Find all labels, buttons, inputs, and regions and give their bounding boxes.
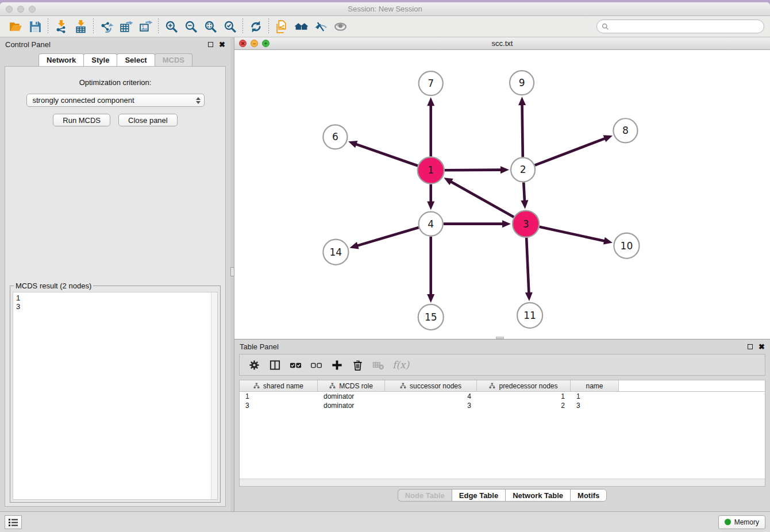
- tab-select[interactable]: Select: [117, 53, 155, 66]
- hide-panel-eye-icon[interactable]: [311, 18, 330, 35]
- edge-1-2[interactable]: [445, 166, 509, 174]
- column-header-predecessor-nodes[interactable]: predecessor nodes: [477, 380, 571, 391]
- float-panel-icon[interactable]: [208, 42, 213, 47]
- refresh-layout-icon[interactable]: [246, 18, 265, 35]
- zoom-in-icon[interactable]: [161, 18, 181, 35]
- table-settings-gear-icon[interactable]: [245, 356, 263, 373]
- edge-2-3[interactable]: [521, 182, 528, 209]
- table-cell[interactable]: 1: [571, 392, 619, 400]
- zoom-fit-icon[interactable]: [201, 18, 220, 35]
- table-cell[interactable]: 2: [477, 402, 571, 410]
- run-mcds-button[interactable]: Run MCDS: [53, 114, 110, 126]
- function-builder-icon[interactable]: f(x): [390, 359, 409, 371]
- graph-node-8[interactable]: 8: [613, 118, 637, 142]
- network-maximize-button[interactable]: +: [262, 40, 270, 47]
- tab-edge-table[interactable]: Edge Table: [452, 489, 505, 502]
- graph-node-11[interactable]: 11: [517, 303, 542, 328]
- graph-node-2[interactable]: 2: [511, 157, 535, 182]
- task-history-button[interactable]: [5, 515, 22, 529]
- table-cell[interactable]: 3: [385, 402, 477, 410]
- delete-column-icon[interactable]: [349, 356, 366, 373]
- graph-node-14[interactable]: 14: [323, 240, 348, 265]
- edge-1-6[interactable]: [348, 141, 418, 165]
- network-minimize-button[interactable]: −: [251, 40, 258, 47]
- mcds-result-text[interactable]: 1 3: [13, 292, 218, 500]
- column-header-successor-nodes[interactable]: successor nodes: [385, 380, 477, 391]
- search-field[interactable]: [596, 20, 764, 33]
- add-column-icon[interactable]: [328, 356, 345, 373]
- canvas-resize-grip[interactable]: [496, 337, 504, 339]
- deselect-all-icon[interactable]: [307, 356, 325, 373]
- column-header-name[interactable]: name: [571, 380, 619, 391]
- table-cell[interactable]: 4: [385, 392, 477, 400]
- zoom-out-icon[interactable]: [181, 18, 201, 35]
- divider-grip[interactable]: [230, 267, 234, 276]
- edge-4-15[interactable]: [427, 237, 434, 303]
- network-close-button[interactable]: ✕: [239, 40, 247, 47]
- export-image-icon[interactable]: [136, 18, 155, 35]
- table-cell[interactable]: 3: [240, 402, 318, 410]
- select-all-icon[interactable]: [287, 356, 304, 373]
- float-table-panel-icon[interactable]: [748, 344, 753, 349]
- tab-motifs[interactable]: Motifs: [570, 489, 607, 502]
- tab-network-table[interactable]: Network Table: [505, 489, 570, 502]
- duplicate-network-icon[interactable]: [272, 18, 291, 35]
- close-table-panel-icon[interactable]: ✖: [759, 343, 765, 350]
- zoom-selected-icon[interactable]: [220, 18, 240, 35]
- memory-button[interactable]: Memory: [718, 515, 765, 529]
- edge-2-9[interactable]: [518, 97, 526, 157]
- edge-4-14[interactable]: [349, 228, 418, 249]
- node-table: shared name MCDS role successor nodes pr…: [239, 380, 765, 487]
- table-cell[interactable]: dominator: [318, 402, 385, 410]
- show-panel-eye-icon[interactable]: [330, 18, 350, 35]
- table-cell[interactable]: 1: [477, 392, 571, 400]
- import-table-icon[interactable]: [71, 18, 90, 35]
- edge-4-3[interactable]: [444, 220, 511, 228]
- graph-node-15[interactable]: 15: [418, 304, 444, 330]
- graph-node-4[interactable]: 4: [419, 212, 443, 236]
- edge-1-4[interactable]: [427, 184, 434, 210]
- edge-3-11[interactable]: [525, 238, 533, 301]
- table-row[interactable]: 1dominator411: [240, 392, 765, 401]
- tab-node-table[interactable]: Node Table: [398, 489, 452, 502]
- graph-node-1[interactable]: 1: [418, 157, 444, 183]
- svg-text:10: 10: [621, 240, 633, 252]
- table-cell[interactable]: dominator: [318, 392, 385, 400]
- close-panel-icon[interactable]: ✖: [219, 41, 225, 48]
- panel-divider[interactable]: [230, 37, 234, 511]
- close-panel-button[interactable]: Close panel: [118, 114, 178, 126]
- table-cell[interactable]: 3: [571, 402, 619, 410]
- tab-style[interactable]: Style: [83, 53, 117, 66]
- column-header-shared-name[interactable]: shared name: [240, 380, 318, 391]
- table-cell[interactable]: 1: [240, 392, 318, 400]
- edge-3-10[interactable]: [540, 227, 613, 245]
- save-session-icon[interactable]: [25, 18, 45, 35]
- table-row[interactable]: 3dominator323: [240, 401, 765, 410]
- network-canvas[interactable]: 1234678910111415: [234, 50, 770, 339]
- mcds-result-title: MCDS result (2 nodes): [14, 282, 93, 290]
- graph-node-9[interactable]: 9: [510, 71, 534, 95]
- tab-network[interactable]: Network: [38, 53, 84, 66]
- import-network-icon[interactable]: [51, 18, 71, 35]
- export-table-icon[interactable]: [116, 18, 136, 35]
- graph-node-6[interactable]: 6: [323, 125, 347, 149]
- split-panel-icon[interactable]: [266, 356, 283, 373]
- graph-node-7[interactable]: 7: [419, 71, 443, 95]
- open-folder-icon[interactable]: [6, 18, 25, 35]
- graph-node-10[interactable]: 10: [614, 233, 639, 259]
- result-scrollbar[interactable]: [211, 292, 217, 499]
- edge-1-7[interactable]: [427, 97, 434, 156]
- edge-2-8[interactable]: [535, 135, 613, 165]
- table-horizontal-scrollbar[interactable]: [240, 479, 765, 486]
- table-panel-tabs: Node Table Edge Table Network Table Moti…: [234, 487, 770, 504]
- edge-3-1[interactable]: [444, 178, 514, 217]
- delete-table-icon[interactable]: [369, 356, 387, 373]
- tab-mcds[interactable]: MCDS: [155, 53, 192, 66]
- column-header-mcds-role[interactable]: MCDS role: [318, 380, 385, 391]
- graph-node-3[interactable]: 3: [513, 211, 539, 237]
- optimization-criterion-select[interactable]: strongly connected component: [26, 94, 205, 107]
- hierarchy-icon: [400, 383, 406, 389]
- export-network-icon[interactable]: [97, 18, 116, 35]
- home-networks-icon[interactable]: [291, 18, 311, 35]
- search-input[interactable]: [612, 22, 759, 30]
